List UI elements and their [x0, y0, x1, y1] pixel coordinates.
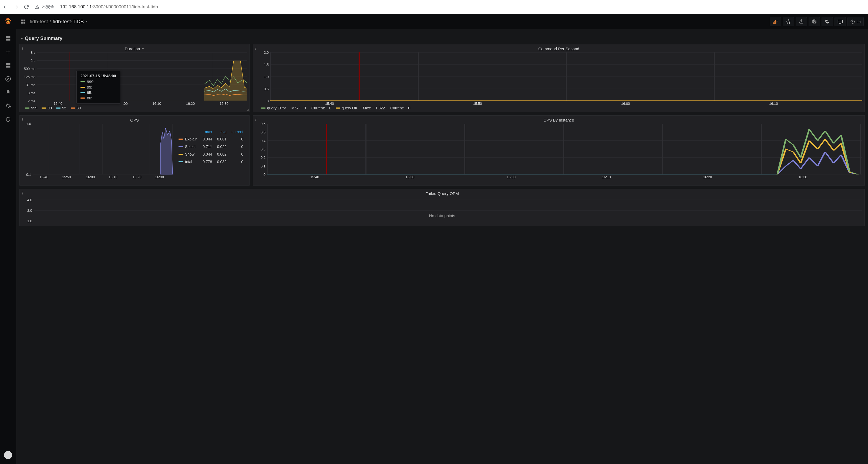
svg-rect-4: [6, 39, 8, 40]
save-dashboard-button[interactable]: [809, 17, 820, 26]
grafana-logo-icon[interactable]: [3, 17, 13, 27]
svg-marker-11: [7, 78, 9, 80]
url-path: :3000/d/000000011/tidb-test-tidb: [92, 4, 158, 9]
user-avatar[interactable]: [4, 451, 12, 459]
svg-rect-17: [774, 21, 775, 23]
panel-title-text: Command Per Second: [538, 47, 579, 51]
svg-rect-23: [838, 20, 843, 23]
nodata-label: No data points: [429, 213, 455, 218]
search-dashboard-icon[interactable]: [5, 35, 11, 41]
qps-plot[interactable]: [33, 124, 174, 175]
panel-info-icon[interactable]: i: [255, 47, 256, 51]
star-dashboard-button[interactable]: [783, 17, 794, 26]
cpsinst-plot[interactable]: [267, 124, 862, 175]
address-bar[interactable]: 不安全 192.168.100.11:3000/d/000000011/tidb…: [33, 4, 865, 10]
side-nav: [0, 14, 16, 464]
cpsinst-x-axis: 15:40 15:50 16:00 16:10 16:20 16:30: [267, 175, 862, 180]
svg-rect-5: [8, 39, 10, 40]
panel-title-text: Failed Query OPM: [425, 191, 459, 196]
qps-y-axis: 1.0 0.1: [22, 124, 33, 175]
hover-tooltip: 2021-07-15 15:46:00 999: 99: 95: 80:: [76, 71, 120, 104]
duration-legend[interactable]: 999 99 95 80: [25, 106, 247, 110]
dashboard-grid-icon: [21, 19, 26, 24]
dashboard-content: ▾ Query Summary i Duration▼ 8 s 2 s 500 …: [16, 29, 868, 464]
time-range-button[interactable]: La: [847, 17, 864, 26]
table-row[interactable]: Explain0.0440.0010: [176, 135, 246, 143]
legend-item[interactable]: 99: [41, 106, 52, 110]
failed-plot[interactable]: [34, 197, 862, 224]
panel-duration[interactable]: i Duration▼ 8 s 2 s 500 ms 125 ms 31 ms …: [20, 44, 250, 112]
svg-rect-14: [21, 22, 23, 24]
panel-info-icon[interactable]: i: [22, 118, 23, 122]
panel-qps[interactable]: i QPS 1.0 0.1: [20, 115, 250, 186]
failed-y-axis: 4.0 2.0 1.0: [22, 197, 34, 224]
cpsinst-y-axis: 0.6 0.5 0.4 0.3 0.2 0.1 0: [255, 124, 267, 175]
nav-back-button[interactable]: [3, 4, 9, 10]
panel-cps-instance[interactable]: i CPS By Instance 0.6 0.5 0.4 0.3 0.2 0.…: [253, 115, 865, 186]
insecure-label: 不安全: [42, 4, 54, 9]
chevron-down-icon: ▼: [85, 20, 88, 23]
dashboards-icon[interactable]: [5, 62, 11, 69]
duration-plot[interactable]: [37, 52, 247, 101]
svg-rect-13: [24, 20, 25, 21]
nav-forward-button[interactable]: [13, 4, 19, 10]
row-header[interactable]: ▾ Query Summary: [20, 32, 865, 44]
panel-info-icon[interactable]: i: [22, 47, 23, 51]
svg-rect-15: [24, 22, 25, 24]
table-row[interactable]: total0.7780.0320: [176, 158, 246, 165]
cycle-view-button[interactable]: [835, 17, 846, 26]
table-row[interactable]: Select0.7110.0290: [176, 143, 246, 150]
svg-rect-18: [775, 20, 776, 24]
explore-compass-icon[interactable]: [5, 75, 11, 82]
admin-shield-icon[interactable]: [5, 116, 11, 123]
svg-rect-16: [773, 22, 774, 23]
legend-item[interactable]: query Error Max: 0 Current: 0: [261, 106, 331, 110]
qps-x-axis: 15:40 15:50 16:00 16:10 16:20 16:30: [33, 175, 174, 180]
legend-item[interactable]: 80: [71, 106, 81, 110]
row-title: Query Summary: [25, 36, 62, 41]
cps-plot[interactable]: [270, 52, 862, 101]
insecure-warning-icon: [35, 5, 39, 9]
panel-info-icon[interactable]: i: [22, 191, 23, 195]
svg-rect-9: [8, 66, 10, 67]
svg-rect-12: [21, 20, 23, 21]
breadcrumb-current[interactable]: tidb-test-TiDB: [53, 19, 84, 25]
qps-legend-table[interactable]: maxavgcurrent Explain0.0440.0010 Select0…: [176, 128, 246, 166]
url-host: 192.168.100.11: [60, 4, 92, 9]
panel-title-text: Duration: [125, 47, 140, 51]
legend-item[interactable]: 999: [25, 106, 37, 110]
svg-rect-8: [6, 66, 8, 67]
config-gear-icon[interactable]: [5, 103, 11, 109]
dashboard-topbar: tidb-test / tidb-test-TiDB ▼: [16, 14, 868, 29]
alerting-bell-icon[interactable]: [5, 89, 11, 96]
panel-info-icon[interactable]: i: [255, 118, 256, 122]
table-row[interactable]: Show0.0440.0020: [176, 151, 246, 158]
duration-y-axis: 8 s 2 s 500 ms 125 ms 31 ms 8 ms 2 ms: [22, 52, 37, 101]
panel-title-text: QPS: [130, 118, 139, 122]
create-plus-icon[interactable]: [5, 49, 11, 55]
dashboard-settings-button[interactable]: [822, 17, 833, 26]
add-panel-button[interactable]: [770, 17, 781, 26]
panel-cps[interactable]: i Command Per Second 2.0 1.5 1.0 0.5 0: [253, 44, 865, 112]
breadcrumb[interactable]: tidb-test / tidb-test-TiDB ▼: [30, 19, 88, 25]
cps-y-axis: 2.0 1.5 1.0 0.5 0: [255, 52, 270, 101]
svg-rect-6: [6, 63, 8, 65]
nav-reload-button[interactable]: [23, 4, 29, 10]
svg-marker-21: [786, 20, 790, 24]
cps-legend[interactable]: query Error Max: 0 Current: 0 query OK M…: [261, 106, 862, 110]
panel-failed-query[interactable]: i Failed Query OPM 4.0 2.0 1.0: [20, 189, 865, 226]
chevron-down-icon[interactable]: ▼: [142, 47, 144, 50]
chevron-down-icon: ▾: [21, 37, 23, 40]
svg-rect-2: [6, 36, 8, 38]
legend-item[interactable]: query OK Max: 1.822 Current: 0: [336, 106, 410, 110]
svg-rect-7: [8, 63, 10, 65]
svg-rect-3: [8, 36, 10, 38]
legend-item[interactable]: 95: [56, 106, 66, 110]
panel-title-text: CPS By Instance: [544, 118, 574, 122]
share-dashboard-button[interactable]: [796, 17, 807, 26]
breadcrumb-parent[interactable]: tidb-test: [30, 19, 48, 25]
browser-chrome: 不安全 192.168.100.11:3000/d/000000011/tidb…: [0, 0, 868, 14]
